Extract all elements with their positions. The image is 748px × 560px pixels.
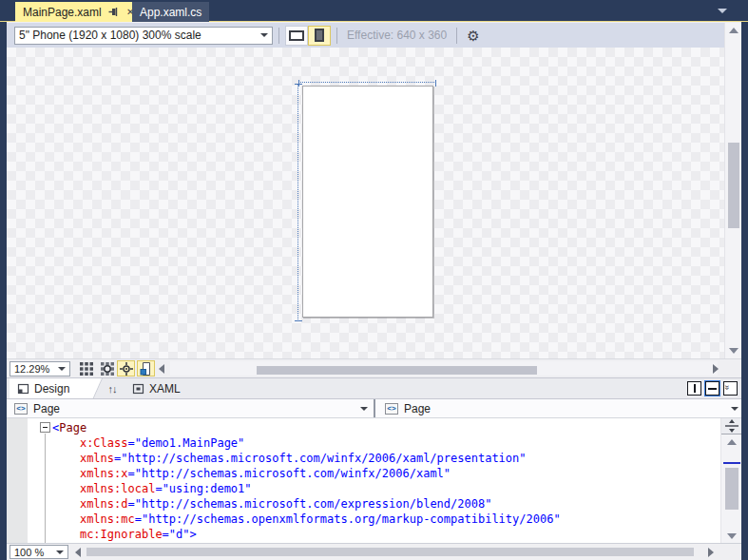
collapse-pane-button[interactable]: » bbox=[723, 381, 738, 396]
vertical-split-icon bbox=[694, 384, 696, 393]
design-vertical-scrollbar[interactable] bbox=[724, 23, 741, 358]
landscape-icon bbox=[289, 30, 304, 41]
scrollbar-thumb[interactable] bbox=[728, 143, 739, 228]
device-selector-combo[interactable]: 5" Phone (1920 x 1080) 300% scale bbox=[14, 27, 273, 45]
scrollbar-thumb[interactable] bbox=[257, 366, 537, 375]
editor-zoom-value: 100 % bbox=[14, 547, 44, 558]
toolbar-separator bbox=[336, 28, 337, 44]
tab-design[interactable]: Design bbox=[10, 378, 89, 399]
code-line[interactable]: xmlns:local="using:demo1" bbox=[52, 481, 561, 496]
breadcrumb-left-value: Page bbox=[33, 402, 60, 415]
toolbar-separator bbox=[278, 28, 279, 44]
breadcrumb-divider bbox=[374, 399, 375, 417]
code-line[interactable]: x:Class="demo1.MainPage" bbox=[52, 435, 561, 451]
code-line[interactable]: <Page bbox=[52, 420, 561, 435]
portrait-orientation-button[interactable] bbox=[308, 26, 331, 46]
element-icon: <> bbox=[385, 403, 398, 415]
document-code-icon bbox=[140, 362, 153, 376]
snap-to-grid-button[interactable] bbox=[98, 360, 116, 377]
show-grid-button[interactable] bbox=[77, 360, 95, 377]
designer-zoom-value: 12.29% bbox=[14, 363, 49, 375]
tab-design-label: Design bbox=[34, 382, 69, 396]
xaml-view-icon bbox=[132, 383, 144, 395]
pin-icon[interactable] bbox=[108, 7, 119, 17]
document-tab-bar: MainPage.xaml ✕ App.xaml.cs bbox=[0, 0, 748, 22]
scroll-right-icon[interactable] bbox=[708, 548, 714, 557]
splitter-icon bbox=[724, 419, 739, 433]
designer-zoom-bar: 12.29% bbox=[7, 358, 741, 377]
device-selector-value: 5" Phone (1920 x 1080) 300% scale bbox=[19, 29, 201, 42]
design-view-icon bbox=[17, 383, 29, 395]
snap-grid-icon bbox=[101, 362, 114, 376]
xaml-code-editor[interactable]: <Page x:Class="demo1.MainPage" xmlns="ht… bbox=[7, 418, 720, 543]
design-surface[interactable] bbox=[7, 48, 724, 358]
design-horizontal-scrollbar[interactable] bbox=[170, 361, 718, 376]
effective-resolution-label: Effective: 640 x 360 bbox=[343, 29, 451, 42]
horizontal-split-icon bbox=[708, 388, 717, 390]
scrollbar-thumb[interactable] bbox=[725, 468, 738, 510]
code-lines[interactable]: <Page x:Class="demo1.MainPage" xmlns="ht… bbox=[52, 420, 561, 542]
code-line[interactable]: xmlns:mc="http://schemas.openxmlformats.… bbox=[52, 512, 561, 527]
vertical-split-button[interactable] bbox=[687, 381, 701, 396]
gear-icon[interactable]: ⚙ bbox=[467, 29, 479, 43]
scroll-down-icon[interactable] bbox=[729, 348, 738, 354]
tab-xaml-label: XAML bbox=[149, 382, 181, 396]
project-code-toggle-button[interactable] bbox=[137, 360, 155, 377]
chevron-down-icon bbox=[260, 33, 268, 37]
document-outline-bar: <> Page <> Page bbox=[7, 398, 741, 418]
breadcrumb-right-value: Page bbox=[404, 402, 431, 415]
toolbar-separator bbox=[456, 28, 457, 44]
code-line[interactable]: mc:Ignorable="d"> bbox=[52, 527, 561, 542]
element-icon: <> bbox=[14, 403, 28, 415]
code-line[interactable]: xmlns="http://schemas.microsoft.com/winf… bbox=[52, 451, 561, 466]
scroll-up-icon[interactable] bbox=[727, 439, 737, 445]
chevron-down-icon bbox=[58, 367, 66, 371]
tab-label: MainPage.xaml bbox=[23, 6, 102, 19]
chevron-down-icon[interactable] bbox=[731, 407, 738, 411]
window-edge-right bbox=[741, 0, 748, 560]
swap-panes-button[interactable]: ↑↓ bbox=[102, 378, 123, 399]
breakpoint-margin[interactable] bbox=[7, 418, 28, 543]
grid-icon bbox=[80, 362, 93, 376]
horizontal-split-button[interactable] bbox=[705, 381, 719, 396]
selection-guide-top bbox=[298, 82, 436, 83]
tab-list-chevron-icon[interactable] bbox=[718, 9, 727, 13]
scroll-left-icon[interactable] bbox=[159, 364, 164, 374]
code-line[interactable]: xmlns:d="http://schemas.microsoft.com/ex… bbox=[52, 496, 561, 512]
scroll-right-icon[interactable] bbox=[713, 364, 719, 374]
scroll-left-icon[interactable] bbox=[75, 548, 81, 557]
tab-mainpage-xaml[interactable]: MainPage.xaml ✕ bbox=[15, 2, 144, 22]
tab-app-xaml-cs[interactable]: App.xaml.cs bbox=[132, 2, 209, 22]
scrollbar-thumb[interactable] bbox=[86, 548, 694, 556]
double-chevron-icon: » bbox=[722, 385, 732, 389]
device-toolbar: 5" Phone (1920 x 1080) 300% scale Effect… bbox=[7, 23, 724, 48]
designer-zoom-combo[interactable]: 12.29% bbox=[10, 361, 70, 377]
designer-pane-tabs: Design ↑↓ XAML » bbox=[7, 377, 741, 398]
xaml-designer-window: MainPage.xaml ✕ App.xaml.cs 5" Phone (19… bbox=[0, 0, 748, 560]
window-edge-left bbox=[0, 0, 7, 560]
pane-layout-buttons: » bbox=[687, 381, 738, 396]
breadcrumb-left-combo[interactable]: <> Page bbox=[7, 399, 374, 417]
editor-zoom-combo[interactable]: 100 % bbox=[10, 545, 68, 559]
tab-label: App.xaml.cs bbox=[140, 6, 201, 19]
portrait-icon bbox=[315, 29, 324, 42]
scroll-up-icon[interactable] bbox=[729, 28, 738, 33]
collapse-region-button[interactable] bbox=[40, 422, 50, 433]
selection-guide-left bbox=[297, 84, 298, 321]
code-line[interactable]: xmlns:x="http://schemas.microsoft.com/wi… bbox=[52, 466, 561, 481]
caret-position-marker bbox=[723, 462, 740, 464]
chevron-down-icon[interactable] bbox=[360, 407, 368, 411]
landscape-orientation-button[interactable] bbox=[285, 26, 308, 46]
editor-split-handle[interactable] bbox=[721, 418, 742, 434]
phone-artboard[interactable] bbox=[302, 86, 433, 318]
tab-xaml[interactable]: XAML bbox=[125, 378, 193, 399]
snap-to-snaplines-button[interactable] bbox=[117, 360, 135, 377]
breadcrumb-right-combo[interactable]: <> Page bbox=[377, 399, 741, 417]
editor-zoom-bar: 100 % bbox=[7, 543, 741, 560]
chevron-down-icon bbox=[56, 550, 64, 554]
editor-vertical-scrollbar[interactable] bbox=[720, 418, 741, 543]
outlining-guide bbox=[45, 434, 46, 543]
scroll-down-icon[interactable] bbox=[727, 533, 737, 539]
snaplines-icon bbox=[120, 362, 133, 376]
